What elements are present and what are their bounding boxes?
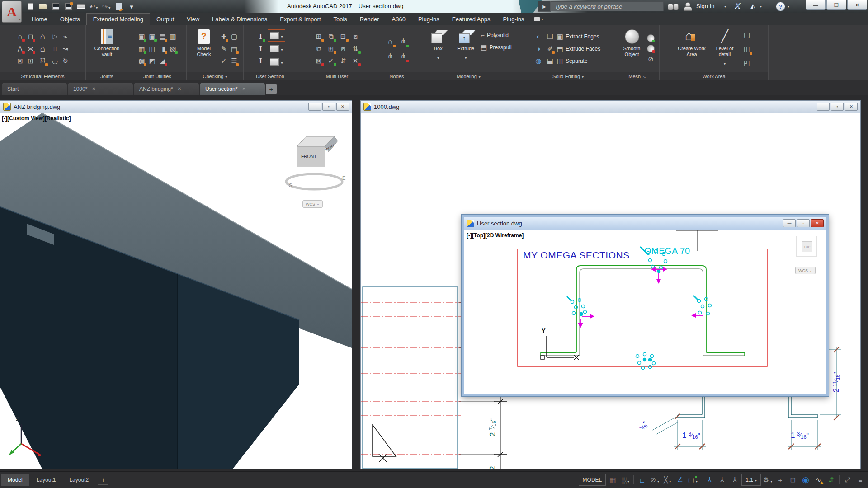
section-editor-dropdown-icon[interactable] <box>281 32 283 40</box>
audit-icon[interactable]: ✓ <box>219 55 229 67</box>
ribbon-tab-view[interactable]: View <box>180 13 206 25</box>
redo-icon-dropdown[interactable] <box>108 3 110 11</box>
truss-icon[interactable]: ⋀ <box>15 43 25 55</box>
customization-icon[interactable]: ≡ <box>854 474 866 485</box>
hardware-acceleration-icon[interactable]: ◉ <box>800 474 811 485</box>
ribbon-tab-plug-ins[interactable]: Plug-ins <box>496 13 530 25</box>
check-table-icon[interactable]: ▤ <box>229 43 239 55</box>
anz-restore-button[interactable]: ▫ <box>322 103 335 111</box>
mu-reject-icon[interactable]: ⊠ <box>313 55 325 67</box>
user-section-wcs-dropdown[interactable]: WCS <box>795 267 816 274</box>
sign-in-dropdown-icon[interactable]: ▾ <box>724 5 726 9</box>
undo-icon-dropdown[interactable] <box>95 3 98 11</box>
new-layout-button[interactable] <box>98 475 108 485</box>
redo-icon[interactable]: ↷ <box>101 2 111 12</box>
isodraft-icon[interactable]: ╳ <box>661 474 673 485</box>
autodesk-exchange-icon[interactable]: X <box>735 1 740 10</box>
section-name-text[interactable]: OMEGA 70 <box>644 246 690 256</box>
mu-upload-icon[interactable]: ⊟ <box>337 31 349 42</box>
open-file-icon[interactable] <box>38 2 48 12</box>
bracing-icon[interactable]: ⋈ <box>26 43 36 55</box>
autosnap-angle-icon[interactable]: ∠ <box>674 474 686 485</box>
ribbon-tab-plug-ins[interactable]: Plug-ins <box>412 13 446 25</box>
sync-settings-icon[interactable]: ⇵ <box>825 474 837 485</box>
modeling-dropdown-icon[interactable] <box>479 74 481 79</box>
user-section-minimize-button[interactable]: — <box>783 219 796 227</box>
insert-joint-icon[interactable]: ▩ <box>137 55 147 67</box>
create-work-area-button[interactable]: Create Work Area <box>675 26 708 71</box>
autocad-logo-button[interactable]: A ▾ <box>2 1 22 23</box>
user-section-viewcube[interactable]: TOP <box>796 236 817 257</box>
ribbon-tab-export-import[interactable]: Export & Import <box>274 13 327 25</box>
panel-display-toggle[interactable] <box>530 13 547 25</box>
smooth-more-icon[interactable] <box>646 33 656 43</box>
grid-member-icon[interactable]: ⊞ <box>26 55 36 67</box>
section-convert-icon[interactable]: I <box>255 43 266 55</box>
level-of-detail-dropdown-icon[interactable] <box>724 59 726 67</box>
performance-monitor-icon[interactable]: ∿ <box>812 474 824 485</box>
ortho-mode-icon[interactable]: ∟ <box>636 474 648 485</box>
ribbon-tab-extended-modeling[interactable]: Extended Modeling <box>86 13 150 25</box>
user-section-restore-button[interactable]: ▫ <box>797 219 810 227</box>
node-icon[interactable]: ⋔ <box>384 49 396 63</box>
mu-users-icon[interactable]: ⧉ <box>313 43 325 55</box>
user-section-titlebar[interactable]: User section.dwg — ▫ ✕ <box>464 217 826 230</box>
workarea-edit-icon[interactable]: ◫ <box>741 42 753 56</box>
doc-tab-close-icon[interactable] <box>242 86 245 91</box>
anz-window-titlebar[interactable]: ANZ bridging.dwg — ▫ ✕ <box>0 101 352 113</box>
close-button[interactable]: ✕ <box>847 0 867 10</box>
annotation-scale-value[interactable]: 1:1 <box>741 474 761 486</box>
approve-joint-icon[interactable]: ▣ <box>147 31 157 42</box>
mu-download-icon[interactable]: ⧈ <box>349 31 361 42</box>
polar-tracking-icon[interactable]: ⊘ <box>649 474 660 485</box>
ribbon-tab-a360[interactable]: A360 <box>386 13 412 25</box>
user-section-close-button[interactable]: ✕ <box>811 219 824 227</box>
mu-refresh-icon[interactable]: ⧉ <box>325 31 337 42</box>
portal-frame-icon[interactable]: ∩ <box>15 31 25 42</box>
sign-in-button[interactable]: Sign In <box>696 3 714 9</box>
solid-editing-dropdown-icon[interactable] <box>582 74 584 79</box>
anz-minimize-button[interactable]: — <box>308 103 321 111</box>
fullscreen-icon[interactable]: ⤢ <box>842 474 854 485</box>
doc-tab-anz-bridging-[interactable]: ANZ bridging* <box>134 83 199 95</box>
layout-tab-layout2[interactable]: Layout2 <box>63 474 95 486</box>
anz-close-button[interactable]: ✕ <box>336 103 349 111</box>
annotation-scale-value-dropdown[interactable] <box>755 477 757 483</box>
help-dropdown-icon[interactable]: ▾ <box>788 5 789 9</box>
intersect-icon[interactable]: ◍ <box>533 55 543 67</box>
new-document-tab-button[interactable] <box>266 84 277 94</box>
fillet-edge-icon[interactable]: ✐ <box>545 43 555 55</box>
isolate-objects-icon[interactable]: ⊡ <box>787 474 799 485</box>
extrude-dropdown-icon[interactable] <box>465 53 467 61</box>
extrude-button[interactable]: ↑ Extrude <box>453 26 479 71</box>
w1000-close-button[interactable]: ✕ <box>845 103 858 111</box>
mu-lock-icon[interactable]: ⊞ <box>325 43 337 55</box>
anz-3d-model-canvas[interactable]: S E FRONT RIGHT Z <box>0 113 352 469</box>
cross-bracing-icon[interactable]: ⊠ <box>15 55 25 67</box>
anz-wcs-dropdown[interactable]: WCS <box>302 200 323 208</box>
model-space-button[interactable]: MODEL <box>579 474 606 486</box>
minimize-button[interactable]: — <box>806 0 826 10</box>
unsmooth-icon[interactable]: ⊘ <box>646 54 656 64</box>
joint-view-icon[interactable]: ◩ <box>147 55 157 67</box>
delete-joint-icon[interactable]: ◪ <box>158 55 168 67</box>
model-check-button[interactable]: Model Check <box>191 26 217 71</box>
autoscale-icon[interactable]: ⅄ <box>716 474 728 485</box>
add-joint-icon[interactable]: ▤ <box>158 31 168 42</box>
save-icon[interactable] <box>51 2 61 12</box>
repair-tool-icon[interactable]: ✎ <box>219 43 229 55</box>
gable-icon[interactable]: ⌂ <box>38 43 48 55</box>
section-insert-icon[interactable]: I <box>255 31 266 42</box>
joint-properties-icon[interactable]: ▥ <box>168 31 178 42</box>
snap-mode-icon[interactable]: ░ <box>619 474 631 485</box>
object-snap-icon[interactable]: ▢ <box>687 474 698 485</box>
stair-icon[interactable]: ⌲ <box>50 31 60 42</box>
restore-button[interactable]: ❐ <box>826 0 846 10</box>
search-arrow-button[interactable]: ▶ <box>538 1 551 12</box>
sync-joint-icon[interactable]: ▧ <box>168 43 178 55</box>
workspace-switching-icon-dropdown[interactable] <box>770 476 772 484</box>
a360-icon[interactable]: ◭ <box>750 2 755 9</box>
polysolid-button[interactable]: ⌐ Polysolid <box>481 29 512 41</box>
mu-login-icon[interactable]: ⊞ <box>313 31 325 42</box>
section-plate-button[interactable] <box>268 56 285 68</box>
